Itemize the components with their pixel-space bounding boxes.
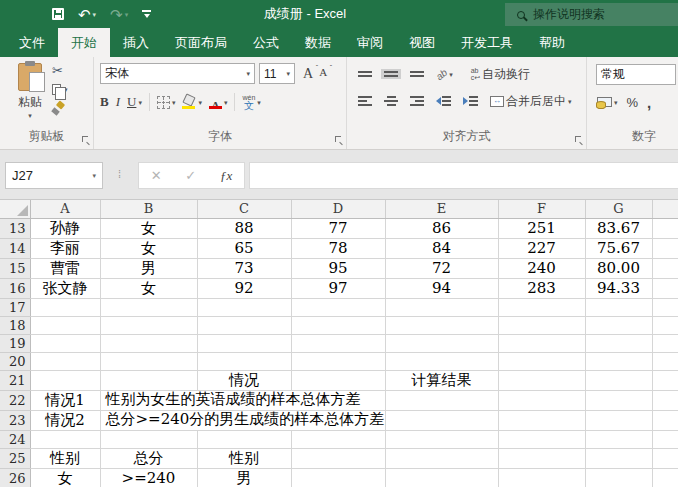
cell-C24[interactable] [197,430,291,448]
cell-partial-23[interactable] [652,410,678,430]
increase-indent-button[interactable] [460,94,481,108]
orientation-caret-icon[interactable]: ▾ [449,71,453,78]
tab-页面布局[interactable]: 页面布局 [162,28,240,57]
phonetic-caret-icon[interactable]: ▾ [257,99,261,106]
column-header-F[interactable]: F [498,200,585,218]
comma-style-button[interactable]: , [647,94,651,111]
italic-button[interactable]: I [116,94,120,110]
align-bottom-button[interactable] [407,69,427,79]
cell-E15[interactable]: 72 [385,258,498,278]
cell-A19[interactable] [30,334,100,352]
tab-文件[interactable]: 文件 [6,28,58,57]
cell-A16[interactable]: 张文静 [30,278,100,298]
cell-E14[interactable]: 84 [385,238,498,258]
row-header-24[interactable]: 24 [0,430,30,448]
align-left-button[interactable] [355,94,375,108]
cell-partial-13[interactable] [652,218,678,238]
cell-F22[interactable] [498,390,585,410]
cell-E18[interactable] [385,316,498,334]
save-button[interactable] [52,8,64,20]
cell-A22[interactable]: 情况1 [30,390,100,410]
cell-E24[interactable] [385,430,498,448]
cell-G13[interactable]: 83.67 [585,218,652,238]
tab-开发工具[interactable]: 开发工具 [448,28,526,57]
row-header-15[interactable]: 15 [0,258,30,278]
row-header-20[interactable]: 20 [0,352,30,370]
row-header-16[interactable]: 16 [0,278,30,298]
cell-B16[interactable]: 女 [100,278,197,298]
cell-D21[interactable] [291,370,385,390]
cell-G24[interactable] [585,430,652,448]
cell-B26[interactable]: >=240 [100,468,197,487]
cell-A20[interactable] [30,352,100,370]
cell-partial-17[interactable] [652,298,678,316]
customize-quick-access-button[interactable] [142,10,151,18]
cell-D14[interactable]: 78 [291,238,385,258]
enter-icon[interactable]: ✓ [185,168,196,183]
cell-partial-15[interactable] [652,258,678,278]
cell-A14[interactable]: 李丽 [30,238,100,258]
decrease-font-button[interactable]: Aˇ [319,67,327,78]
cell-F18[interactable] [498,316,585,334]
decrease-indent-button[interactable] [433,94,454,108]
cell-B20[interactable] [100,352,197,370]
font-dialog-launcher[interactable] [335,136,343,144]
cell-F14[interactable]: 227 [498,238,585,258]
cell-A24[interactable] [30,430,100,448]
cell-E16[interactable]: 94 [385,278,498,298]
number-format-combo[interactable]: 常规 [596,64,676,85]
cell-E17[interactable] [385,298,498,316]
cell-partial-25[interactable] [652,448,678,468]
undo-dropdown-caret[interactable]: ▾ [93,11,97,18]
tab-公式[interactable]: 公式 [240,28,292,57]
cell-C15[interactable]: 73 [197,258,291,278]
cell-C13[interactable]: 88 [197,218,291,238]
cell-D16[interactable]: 97 [291,278,385,298]
cell-partial-14[interactable] [652,238,678,258]
cell-partial-18[interactable] [652,316,678,334]
cell-partial-19[interactable] [652,334,678,352]
cell-G18[interactable] [585,316,652,334]
cell-F15[interactable]: 240 [498,258,585,278]
cell-F24[interactable] [498,430,585,448]
merge-center-button[interactable]: ↔ 合并后居中 ▾ [487,91,575,112]
cell-C20[interactable] [197,352,291,370]
font-color-button[interactable]: A▾ [209,95,228,109]
column-header-partial[interactable] [652,200,678,218]
cell-C26[interactable]: 男 [197,468,291,487]
paste-button[interactable]: 粘贴 ▾ [10,63,50,119]
cell-D15[interactable]: 95 [291,258,385,278]
row-header-14[interactable]: 14 [0,238,30,258]
undo-button[interactable]: ↶▾ [78,7,96,22]
column-header-G[interactable]: G [585,200,652,218]
cell-F26[interactable] [498,468,585,487]
tab-开始[interactable]: 开始 [58,28,110,57]
cell-partial-16[interactable] [652,278,678,298]
cell-C18[interactable] [197,316,291,334]
cell-F19[interactable] [498,334,585,352]
cell-B18[interactable] [100,316,197,334]
name-box-caret-icon[interactable]: ▾ [92,172,96,179]
tab-数据[interactable]: 数据 [292,28,344,57]
cell-D13[interactable]: 77 [291,218,385,238]
cell-E22[interactable] [385,390,498,410]
cell-E13[interactable]: 86 [385,218,498,238]
cell-partial-21[interactable] [652,370,678,390]
cell-B23[interactable]: 总分>=240分的男生成绩的样本总体方差 [100,410,197,430]
cell-E26[interactable] [385,468,498,487]
cell-B19[interactable] [100,334,197,352]
underline-caret-icon[interactable]: ▾ [138,99,142,106]
align-center-button[interactable] [381,94,401,108]
cell-B22[interactable]: 性别为女生的英语成绩的样本总体方差 [100,390,197,410]
align-right-button[interactable] [407,94,427,108]
cell-D24[interactable] [291,430,385,448]
clipboard-dialog-launcher[interactable] [82,136,90,144]
cell-A13[interactable]: 孙静 [30,218,100,238]
fill-color-caret-icon[interactable]: ▾ [198,99,202,106]
cell-A17[interactable] [30,298,100,316]
cell-partial-26[interactable] [652,468,678,487]
cell-D19[interactable] [291,334,385,352]
accounting-caret-icon[interactable]: ▾ [614,99,618,106]
row-header-26[interactable]: 26 [0,468,30,487]
cell-G14[interactable]: 75.67 [585,238,652,258]
